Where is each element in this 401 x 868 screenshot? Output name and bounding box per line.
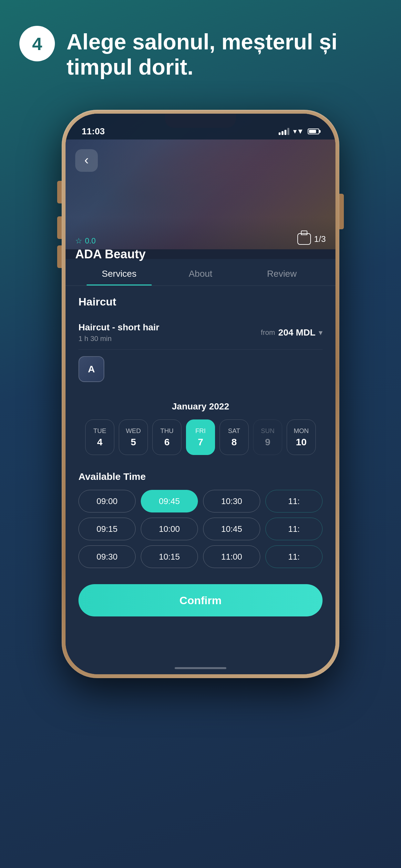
time-slot-1100[interactable]: 11:00 bbox=[203, 546, 260, 568]
step-title: Alege salonul, meșterul și timpul dorit. bbox=[66, 26, 382, 80]
step-header: 4 Alege salonul, meșterul și timpul dori… bbox=[19, 26, 382, 80]
days-row: TUE 4 WED 5 THU 6 FRI 7 bbox=[79, 420, 322, 455]
wifi-icon: ▾▼ bbox=[293, 127, 304, 135]
photo-counter: 1/3 bbox=[297, 233, 326, 245]
price-from-label: from bbox=[261, 329, 275, 337]
services-content: Haircut Haircut - short hair 1 h 30 min … bbox=[66, 286, 335, 395]
status-time: 11:03 bbox=[82, 126, 105, 136]
day-label: WED bbox=[126, 427, 141, 435]
service-info: Haircut - short hair 1 h 30 min bbox=[79, 322, 159, 343]
rating-value: 0.0 bbox=[85, 237, 96, 245]
day-fri[interactable]: FRI 7 bbox=[186, 420, 215, 455]
phone-mockup: 11:03 ▾▼ 1/3 bbox=[62, 110, 339, 820]
time-slot-0900[interactable]: 09:00 bbox=[79, 490, 135, 513]
day-number: 4 bbox=[97, 437, 103, 447]
photo-icon bbox=[297, 233, 311, 245]
confirm-button[interactable]: Confirm bbox=[79, 584, 322, 616]
day-label: FRI bbox=[195, 427, 206, 435]
day-sat[interactable]: SAT 8 bbox=[220, 420, 249, 455]
day-number: 7 bbox=[198, 437, 204, 447]
tabs: Services About Review bbox=[66, 259, 335, 286]
chevron-down-icon: ▾ bbox=[319, 328, 322, 337]
day-mon[interactable]: MON 10 bbox=[287, 420, 316, 455]
day-wed[interactable]: WED 5 bbox=[119, 420, 148, 455]
time-slot-11a[interactable]: 11: bbox=[266, 490, 322, 513]
day-label: MON bbox=[294, 427, 309, 435]
service-item[interactable]: Haircut - short hair 1 h 30 min from 204… bbox=[79, 316, 322, 350]
day-thu[interactable]: THU 6 bbox=[152, 420, 181, 455]
day-label: SUN bbox=[261, 427, 274, 435]
time-section: Available Time 09:00 09:45 10:30 11: 09:… bbox=[66, 465, 335, 575]
salon-rating: ☆ 0.0 bbox=[75, 237, 146, 245]
tab-services[interactable]: Services bbox=[79, 259, 160, 285]
service-duration: 1 h 30 min bbox=[79, 335, 159, 343]
time-slot-1045[interactable]: 10:45 bbox=[203, 518, 260, 540]
time-slot-1015[interactable]: 10:15 bbox=[141, 546, 198, 568]
step-number: 4 bbox=[19, 26, 55, 61]
time-slot-1030[interactable]: 10:30 bbox=[203, 490, 260, 513]
salon-name: ADA Beauty bbox=[75, 247, 146, 261]
time-header: Available Time bbox=[79, 471, 322, 482]
notch bbox=[165, 114, 236, 128]
home-indicator bbox=[175, 667, 226, 669]
time-slot-11c[interactable]: 11: bbox=[266, 546, 322, 568]
service-category-header: Haircut bbox=[79, 296, 322, 308]
calendar-section: January 2022 TUE 4 WED 5 THU 6 bbox=[66, 395, 335, 465]
day-sun: SUN 9 bbox=[253, 420, 282, 455]
master-avatar[interactable]: A bbox=[79, 356, 104, 382]
day-label: TUE bbox=[93, 427, 106, 435]
time-slot-0945[interactable]: 09:45 bbox=[141, 490, 198, 513]
content-area: Services About Review Haircut Haircut - … bbox=[66, 259, 335, 674]
battery-icon bbox=[308, 128, 319, 134]
day-number: 8 bbox=[232, 437, 237, 447]
time-slot-0915[interactable]: 09:15 bbox=[79, 518, 135, 540]
service-name: Haircut - short hair bbox=[79, 322, 159, 333]
phone-outer: 11:03 ▾▼ 1/3 bbox=[62, 110, 339, 678]
price-value: 204 MDL bbox=[278, 328, 315, 338]
star-icon: ☆ bbox=[75, 237, 82, 245]
signal-icon bbox=[279, 128, 289, 135]
time-slot-1000[interactable]: 10:00 bbox=[141, 518, 198, 540]
day-number: 10 bbox=[296, 437, 306, 447]
day-number: 9 bbox=[265, 437, 271, 447]
service-price: from 204 MDL ▾ bbox=[261, 328, 322, 338]
time-grid: 09:00 09:45 10:30 11: 09:15 10:00 10:45 … bbox=[79, 490, 322, 568]
day-label: THU bbox=[160, 427, 174, 435]
calendar-month: January 2022 bbox=[79, 401, 322, 412]
time-slot-11b[interactable]: 11: bbox=[266, 518, 322, 540]
photo-count: 1/3 bbox=[314, 234, 326, 244]
tab-about[interactable]: About bbox=[160, 259, 241, 285]
day-tue[interactable]: TUE 4 bbox=[85, 420, 114, 455]
back-button[interactable] bbox=[75, 149, 98, 172]
day-number: 6 bbox=[164, 437, 170, 447]
phone-screen: 11:03 ▾▼ 1/3 bbox=[66, 114, 335, 674]
time-slot-0930[interactable]: 09:30 bbox=[79, 546, 135, 568]
day-label: SAT bbox=[228, 427, 240, 435]
day-number: 5 bbox=[131, 437, 136, 447]
status-icons: ▾▼ bbox=[279, 127, 319, 135]
master-row: A bbox=[79, 356, 322, 382]
tab-review[interactable]: Review bbox=[241, 259, 322, 285]
salon-info: ☆ 0.0 ADA Beauty bbox=[75, 237, 146, 261]
